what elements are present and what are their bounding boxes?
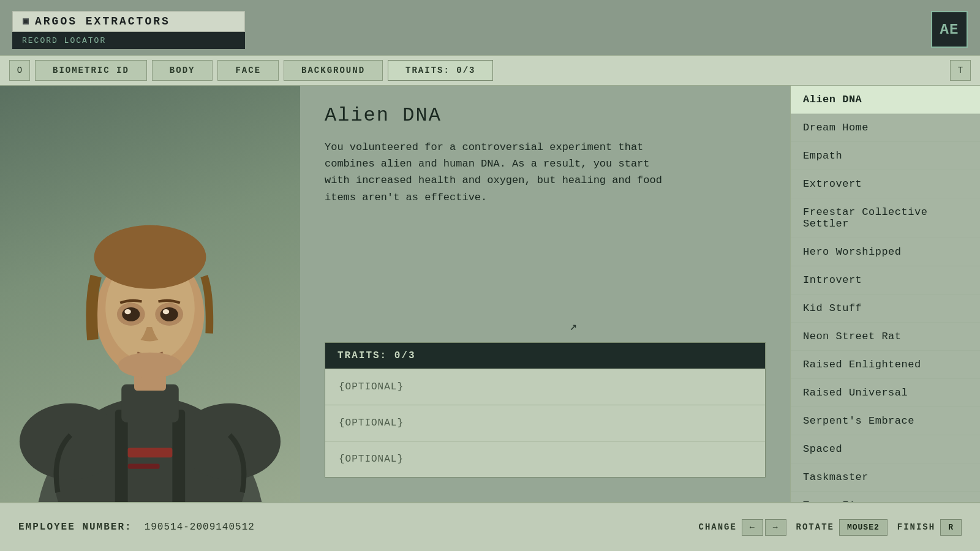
- svg-point-2: [20, 403, 121, 480]
- employee-number: 190514-2009140512: [145, 522, 255, 533]
- svg-point-16: [122, 307, 140, 321]
- trait-description: You volunteered for a controversial expe…: [325, 139, 680, 206]
- nav-right-label: T: [958, 66, 963, 75]
- trait-item-terra-firma[interactable]: Terra Firma: [791, 492, 980, 502]
- trait-item-serpents-embrace[interactable]: Serpent's Embrace: [791, 407, 980, 435]
- main-content: Alien DNA You volunteered for a controve…: [0, 86, 980, 502]
- trait-item-alien-dna[interactable]: Alien DNA: [791, 86, 980, 114]
- finish-action: FINISH R: [897, 519, 962, 536]
- trait-item-spaced[interactable]: Spaced: [791, 435, 980, 463]
- trait-slot-3[interactable]: {OPTIONAL}: [325, 441, 765, 477]
- record-locator-text: RECORD LOCATOR: [22, 36, 106, 45]
- trait-item-hero-worshipped[interactable]: Hero Worshipped: [791, 238, 980, 266]
- trait-item-neon-street-rat[interactable]: Neon Street Rat: [791, 323, 980, 351]
- trait-item-raised-universal[interactable]: Raised Universal: [791, 379, 980, 407]
- svg-rect-4: [115, 410, 128, 502]
- trait-list[interactable]: Alien DNADream HomeEmpathExtrovertFreest…: [790, 86, 980, 502]
- trait-item-kid-stuff[interactable]: Kid Stuff: [791, 294, 980, 323]
- nav-icon-left[interactable]: O: [9, 60, 30, 81]
- trait-item-extrovert[interactable]: Extrovert: [791, 170, 980, 198]
- tab-body[interactable]: BODY: [152, 60, 213, 81]
- traits-header: TRAITS: 0/3: [325, 343, 765, 369]
- logo-area: ARGOS EXTRACTORS RECORD LOCATOR: [12, 11, 245, 49]
- nav-icon-right[interactable]: T: [950, 60, 971, 81]
- svg-point-13: [94, 225, 206, 289]
- traits-box: TRAITS: 0/3 {OPTIONAL} {OPTIONAL} {OPTIO…: [325, 342, 766, 478]
- rotate-action: ROTATE MOUSE2: [796, 519, 888, 536]
- portrait-character: [0, 98, 300, 502]
- svg-point-18: [124, 309, 130, 314]
- svg-point-3: [179, 403, 281, 480]
- cursor-area: ↗: [570, 318, 577, 334]
- change-keys: ← →: [742, 519, 786, 536]
- finish-label: FINISH: [897, 522, 935, 532]
- title-dot: [23, 18, 29, 24]
- info-panel: Alien DNA You volunteered for a controve…: [300, 86, 790, 502]
- trait-item-raised-enlightened[interactable]: Raised Enlightened: [791, 351, 980, 379]
- app-title-bar: ARGOS EXTRACTORS: [12, 11, 245, 32]
- bottom-actions: CHANGE ← → ROTATE MOUSE2 FINISH R: [698, 519, 962, 536]
- tab-face[interactable]: FACE: [217, 60, 279, 81]
- ae-logo-text: AE: [940, 21, 959, 38]
- tab-background[interactable]: BACKGROUND: [284, 60, 383, 81]
- bottom-bar: EMPLOYEE NUMBER: 190514-2009140512 CHANG…: [0, 502, 980, 551]
- trait-item-taskmaster[interactable]: Taskmaster: [791, 463, 980, 492]
- record-locator-bar: RECORD LOCATOR: [12, 32, 245, 49]
- trait-title: Alien DNA: [325, 104, 766, 127]
- svg-rect-6: [128, 448, 173, 458]
- svg-rect-7: [128, 464, 160, 469]
- trait-item-empath[interactable]: Empath: [791, 142, 980, 170]
- svg-point-20: [118, 353, 182, 378]
- rotate-key[interactable]: MOUSE2: [839, 519, 888, 536]
- employee-label: EMPLOYEE NUMBER:: [18, 522, 132, 533]
- trait-item-freestar-collective-settler[interactable]: Freestar Collective Settler: [791, 198, 980, 238]
- trait-slot-1[interactable]: {OPTIONAL}: [325, 369, 765, 405]
- svg-rect-5: [172, 410, 185, 502]
- change-action: CHANGE ← →: [698, 519, 786, 536]
- svg-point-19: [163, 309, 169, 314]
- trait-item-dream-home[interactable]: Dream Home: [791, 114, 980, 142]
- change-key-right[interactable]: →: [765, 519, 786, 536]
- change-label: CHANGE: [698, 522, 736, 532]
- character-area: [0, 86, 300, 502]
- cursor-icon: ↗: [570, 320, 577, 334]
- header: ARGOS EXTRACTORS RECORD LOCATOR: [0, 0, 980, 55]
- svg-point-17: [160, 307, 178, 321]
- app-title: ARGOS EXTRACTORS: [35, 15, 170, 28]
- trait-slot-2[interactable]: {OPTIONAL}: [325, 405, 765, 441]
- change-key-left[interactable]: ←: [742, 519, 763, 536]
- ae-logo: AE: [931, 11, 968, 48]
- traits-header-text: TRAITS: 0/3: [337, 350, 416, 361]
- tab-biometric-id[interactable]: BIOMETRIC ID: [35, 60, 147, 81]
- nav-tabs: O BIOMETRIC ID BODY FACE BACKGROUND TRAI…: [0, 55, 980, 86]
- trait-item-introvert[interactable]: Introvert: [791, 266, 980, 294]
- tab-traits[interactable]: TRAITS: 0/3: [388, 60, 493, 81]
- rotate-label: ROTATE: [796, 522, 834, 532]
- nav-left-label: O: [17, 66, 22, 75]
- finish-key[interactable]: R: [940, 519, 962, 536]
